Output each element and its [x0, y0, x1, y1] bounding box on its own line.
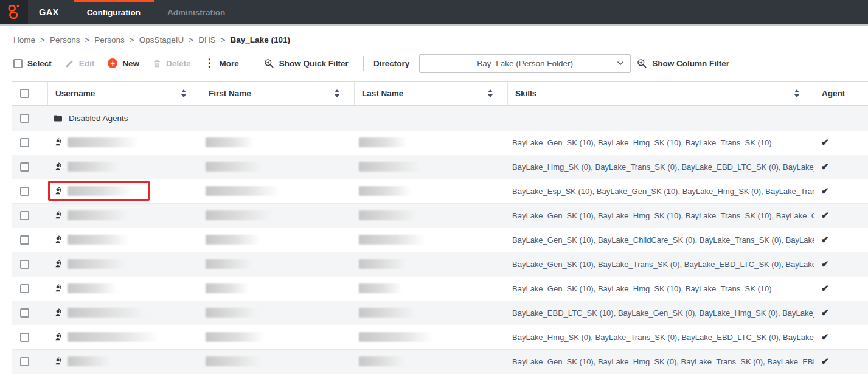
- firstname-redacted: [206, 332, 263, 342]
- skills-cell: BayLake_Gen_SK (10), BayLake_Hmg_SK (0),…: [507, 349, 814, 374]
- agent-checkmark: ✔: [821, 161, 829, 172]
- tab-configuration[interactable]: Configuration: [74, 0, 154, 24]
- row-checkbox[interactable]: [20, 308, 29, 318]
- table-row[interactable]: BayLake_Esp_SK (10), BayLake_Gen_SK (10)…: [12, 179, 868, 203]
- directory-select[interactable]: Bay_Lake (Person Folder): [419, 54, 631, 73]
- last-name-cell: [354, 252, 507, 276]
- firstname-redacted: [206, 259, 251, 269]
- edit-button[interactable]: Edit: [65, 59, 95, 68]
- row-check-cell: [12, 301, 47, 325]
- breadcrumb-separator: >: [130, 35, 134, 44]
- table-row[interactable]: BayLake_Hmg_SK (0), BayLake_Trans_SK (0)…: [12, 325, 868, 349]
- last-name-cell: [354, 301, 507, 325]
- new-button[interactable]: + New: [108, 58, 139, 68]
- table-row[interactable]: BayLake_Gen_SK (10), BayLake_Hmg_SK (10)…: [12, 130, 868, 155]
- row-checkbox[interactable]: [20, 333, 29, 342]
- sort-icon[interactable]: [488, 89, 493, 97]
- row-checkbox[interactable]: [20, 211, 29, 220]
- table-row[interactable]: BayLake_Gen_SK (10), BayLake_Hmg_SK (0),…: [12, 349, 868, 374]
- skills-cell: BayLake_Hmg_SK (0), BayLake_Trans_SK (0)…: [507, 155, 814, 179]
- agent-checkmark: ✔: [821, 332, 829, 342]
- username-cell: [47, 325, 201, 349]
- last-name-cell: [354, 325, 507, 349]
- header-username[interactable]: Username: [47, 82, 201, 105]
- tab-administration[interactable]: Administration: [154, 0, 238, 24]
- username-cell: [47, 203, 201, 228]
- select-button[interactable]: Select: [13, 59, 52, 68]
- breadcrumb-persons-2[interactable]: Persons: [94, 35, 125, 44]
- table-row[interactable]: BayLake_Gen_SK (10), BayLake_Hmg_SK (10)…: [12, 203, 868, 228]
- select-label: Select: [27, 59, 52, 68]
- table-row[interactable]: BayLake_Gen_SK (10), BayLake_Hmg_SK (10)…: [12, 276, 868, 301]
- firstname-redacted: [206, 356, 260, 366]
- username-cell: [47, 276, 201, 301]
- row-check-cell: [12, 349, 47, 374]
- first-name-cell: [201, 228, 354, 252]
- lastname-redacted: [359, 308, 415, 318]
- table-row[interactable]: BayLake_EBD_LTC_SK (10), BayLake_Gen_SK …: [12, 301, 868, 325]
- new-label: New: [122, 59, 139, 68]
- sort-icon[interactable]: [335, 89, 339, 97]
- folder-icon: [54, 114, 63, 122]
- row-checkbox[interactable]: [20, 114, 29, 123]
- agent-checkmark: ✔: [821, 137, 829, 148]
- table-row[interactable]: BayLake_Gen_SK (10), BayLake_ChildCare_S…: [12, 228, 868, 252]
- row-checkbox[interactable]: [20, 187, 29, 196]
- show-column-filter-label: Show Column Filter: [652, 59, 729, 68]
- breadcrumb-home[interactable]: Home: [13, 35, 35, 44]
- first-name-cell: [201, 179, 354, 203]
- first-name-cell: [201, 276, 354, 301]
- row-checkbox[interactable]: [20, 235, 29, 245]
- header-first-name[interactable]: First Name: [201, 82, 354, 105]
- breadcrumb-dhs[interactable]: DHS: [198, 35, 216, 44]
- genesys-logo[interactable]: [0, 0, 28, 24]
- header-skills[interactable]: Skills: [507, 82, 814, 105]
- agent-cell: ✔: [814, 203, 868, 228]
- select-checkbox[interactable]: [13, 59, 23, 68]
- show-quick-filter-button[interactable]: Show Quick Filter: [264, 58, 349, 69]
- header-agent[interactable]: Agent: [814, 82, 868, 105]
- more-label: More: [220, 59, 239, 68]
- row-checkbox[interactable]: [20, 357, 29, 366]
- skills-cell: BayLake_Gen_SK (10), BayLake_ChildCare_S…: [507, 228, 814, 252]
- row-checkbox[interactable]: [20, 162, 29, 172]
- breadcrumb-persons[interactable]: Persons: [50, 35, 80, 44]
- header-last-name[interactable]: Last Name: [354, 82, 507, 105]
- sort-icon[interactable]: [181, 89, 186, 97]
- breadcrumb-separator: >: [221, 35, 226, 44]
- folder-row-label: Disabled Agents: [69, 114, 128, 123]
- breadcrumb-opsstageiu[interactable]: OpsStageIU: [139, 35, 184, 44]
- firstname-redacted: [206, 235, 259, 245]
- select-all-checkbox[interactable]: [20, 89, 29, 98]
- table-row[interactable]: BayLake_Hmg_SK (0), BayLake_Trans_SK (0)…: [12, 155, 868, 179]
- show-column-filter-button[interactable]: Show Column Filter: [637, 58, 729, 69]
- more-button[interactable]: ⋮ More: [204, 59, 239, 68]
- username-redacted: [68, 332, 158, 342]
- header-select-all[interactable]: [12, 82, 47, 105]
- show-quick-filter-label: Show Quick Filter: [279, 59, 349, 68]
- row-check-cell: [12, 130, 47, 155]
- table-row[interactable]: BayLake_Gen_SK (10), BayLake_Trans_SK (0…: [12, 252, 868, 276]
- persons-table: Username First Name Last Name Skills Age…: [12, 81, 868, 374]
- agent-cell: ✔: [814, 276, 868, 301]
- first-name-cell: [201, 252, 354, 276]
- delete-button[interactable]: Delete: [153, 59, 191, 68]
- sort-icon[interactable]: [794, 89, 799, 97]
- header-username-label: Username: [55, 89, 95, 98]
- gax-window: GAX Configuration Administration Home > …: [0, 0, 868, 379]
- person-icon: [54, 308, 63, 318]
- last-name-cell: [354, 228, 507, 252]
- top-navigation-bar: GAX Configuration Administration: [0, 0, 868, 26]
- agent-checkmark: ✔: [821, 186, 829, 196]
- skills-cell: BayLake_Gen_SK (10), BayLake_Hmg_SK (10)…: [507, 203, 814, 228]
- folder-row-disabled-agents[interactable]: Disabled Agents: [12, 106, 868, 130]
- agent-cell: ✔: [814, 252, 868, 276]
- row-check-cell: [12, 252, 47, 276]
- row-checkbox[interactable]: [20, 284, 29, 293]
- lastname-redacted: [359, 137, 406, 147]
- trash-icon: [153, 59, 161, 68]
- last-name-cell: [354, 203, 507, 228]
- row-checkbox[interactable]: [20, 138, 29, 147]
- skills-cell: BayLake_Gen_SK (10), BayLake_Hmg_SK (10)…: [507, 276, 814, 301]
- row-checkbox[interactable]: [20, 260, 29, 269]
